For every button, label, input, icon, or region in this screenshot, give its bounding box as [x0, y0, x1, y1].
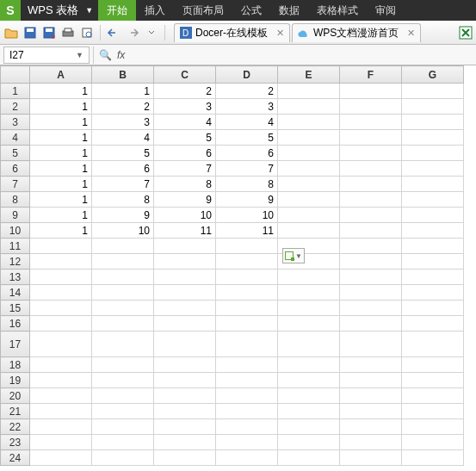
cell-B11[interactable]: [92, 239, 154, 254]
cell-B14[interactable]: [92, 285, 154, 301]
cell-E20[interactable]: [278, 388, 340, 404]
cell-D20[interactable]: [216, 388, 278, 404]
cell-F19[interactable]: [340, 373, 402, 388]
cell-F16[interactable]: [340, 316, 402, 332]
cell-G9[interactable]: [402, 208, 464, 223]
cell-C14[interactable]: [154, 285, 216, 301]
cell-B24[interactable]: [92, 450, 154, 466]
cell-G14[interactable]: [402, 285, 464, 301]
col-header-B[interactable]: B: [92, 66, 154, 84]
fx-label[interactable]: fx: [117, 49, 125, 61]
cell-C4[interactable]: 5: [154, 130, 216, 146]
cell-F9[interactable]: [340, 208, 402, 223]
row-header-19[interactable]: 19: [1, 373, 30, 388]
cell-A14[interactable]: [30, 285, 92, 301]
cell-G24[interactable]: [402, 450, 464, 466]
cell-B12[interactable]: [92, 254, 154, 270]
cell-B7[interactable]: 7: [92, 177, 154, 192]
menu-表格样式[interactable]: 表格样式: [308, 0, 367, 21]
print-preview-icon[interactable]: [79, 25, 95, 40]
cell-C20[interactable]: [154, 388, 216, 404]
row-header-10[interactable]: 10: [1, 223, 30, 239]
cell-E10[interactable]: [278, 223, 340, 239]
cell-D12[interactable]: [216, 254, 278, 270]
cell-E2[interactable]: [278, 99, 340, 115]
col-header-D[interactable]: D: [216, 66, 278, 84]
row-header-17[interactable]: 17: [1, 332, 30, 357]
cell-B22[interactable]: [92, 419, 154, 435]
cell-C12[interactable]: [154, 254, 216, 270]
cell-G5[interactable]: [402, 146, 464, 161]
menu-数据[interactable]: 数据: [270, 0, 308, 21]
cell-G2[interactable]: [402, 99, 464, 115]
cell-F7[interactable]: [340, 177, 402, 192]
cell-E9[interactable]: [278, 208, 340, 223]
cell-F8[interactable]: [340, 192, 402, 208]
cell-E3[interactable]: [278, 115, 340, 130]
cell-A3[interactable]: 1: [30, 115, 92, 130]
cell-F17[interactable]: [340, 332, 402, 357]
cell-A24[interactable]: [30, 450, 92, 466]
cell-F20[interactable]: [340, 388, 402, 404]
cell-C23[interactable]: [154, 435, 216, 450]
cell-F14[interactable]: [340, 285, 402, 301]
cell-D21[interactable]: [216, 404, 278, 419]
cell-B21[interactable]: [92, 404, 154, 419]
cell-A20[interactable]: [30, 388, 92, 404]
cell-A4[interactable]: 1: [30, 130, 92, 146]
cell-C8[interactable]: 9: [154, 192, 216, 208]
cell-G23[interactable]: [402, 435, 464, 450]
cell-A18[interactable]: [30, 357, 92, 373]
cell-E24[interactable]: [278, 450, 340, 466]
print-icon[interactable]: [60, 25, 76, 40]
cell-E16[interactable]: [278, 316, 340, 332]
cell-C19[interactable]: [154, 373, 216, 388]
row-header-20[interactable]: 20: [1, 388, 30, 404]
cell-G17[interactable]: [402, 332, 464, 357]
cell-D14[interactable]: [216, 285, 278, 301]
cell-F5[interactable]: [340, 146, 402, 161]
cell-D19[interactable]: [216, 373, 278, 388]
cell-D8[interactable]: 9: [216, 192, 278, 208]
cell-G15[interactable]: [402, 301, 464, 316]
cell-A17[interactable]: [30, 332, 92, 357]
cell-F4[interactable]: [340, 130, 402, 146]
app-menu-dropdown[interactable]: ▼: [85, 6, 98, 15]
row-header-5[interactable]: 5: [1, 146, 30, 161]
cell-E21[interactable]: [278, 404, 340, 419]
cell-D9[interactable]: 10: [216, 208, 278, 223]
tab-close-icon[interactable]: ✕: [402, 28, 415, 39]
cell-G7[interactable]: [402, 177, 464, 192]
autofill-options-button[interactable]: ▼: [282, 248, 305, 263]
cell-F10[interactable]: [340, 223, 402, 239]
row-header-18[interactable]: 18: [1, 357, 30, 373]
toolbar-dropdown-icon[interactable]: [144, 25, 159, 40]
cell-E15[interactable]: [278, 301, 340, 316]
cell-C3[interactable]: 4: [154, 115, 216, 130]
row-header-16[interactable]: 16: [1, 316, 30, 332]
cell-A16[interactable]: [30, 316, 92, 332]
cell-D22[interactable]: [216, 419, 278, 435]
cell-G6[interactable]: [402, 161, 464, 177]
cell-A19[interactable]: [30, 373, 92, 388]
cell-C17[interactable]: [154, 332, 216, 357]
cell-E13[interactable]: [278, 270, 340, 285]
cell-B2[interactable]: 2: [92, 99, 154, 115]
row-header-7[interactable]: 7: [1, 177, 30, 192]
cell-G8[interactable]: [402, 192, 464, 208]
cell-A22[interactable]: [30, 419, 92, 435]
cell-B3[interactable]: 3: [92, 115, 154, 130]
cell-B5[interactable]: 5: [92, 146, 154, 161]
cell-F13[interactable]: [340, 270, 402, 285]
save-icon[interactable]: [22, 25, 38, 40]
cell-D24[interactable]: [216, 450, 278, 466]
cell-F3[interactable]: [340, 115, 402, 130]
row-header-21[interactable]: 21: [1, 404, 30, 419]
row-header-9[interactable]: 9: [1, 208, 30, 223]
cell-G11[interactable]: [402, 239, 464, 254]
row-header-4[interactable]: 4: [1, 130, 30, 146]
redo-icon[interactable]: [125, 25, 140, 40]
cell-B20[interactable]: [92, 388, 154, 404]
row-header-3[interactable]: 3: [1, 115, 30, 130]
cell-G21[interactable]: [402, 404, 464, 419]
